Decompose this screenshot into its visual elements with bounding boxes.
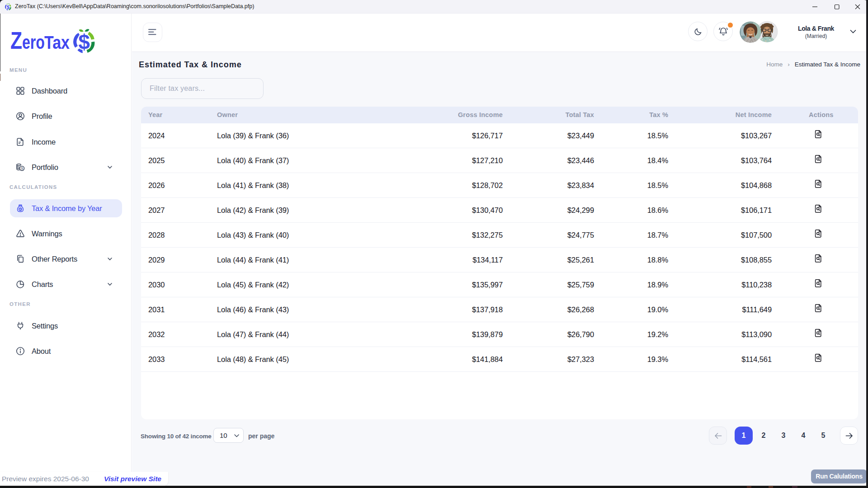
- svg-text:$: $: [21, 167, 23, 170]
- svg-text:$: $: [78, 30, 90, 54]
- svg-text:Tax: Tax: [44, 32, 70, 53]
- svg-text:Z: Z: [10, 27, 22, 54]
- svg-text:ero: ero: [22, 32, 45, 53]
- svg-text:$: $: [7, 5, 10, 10]
